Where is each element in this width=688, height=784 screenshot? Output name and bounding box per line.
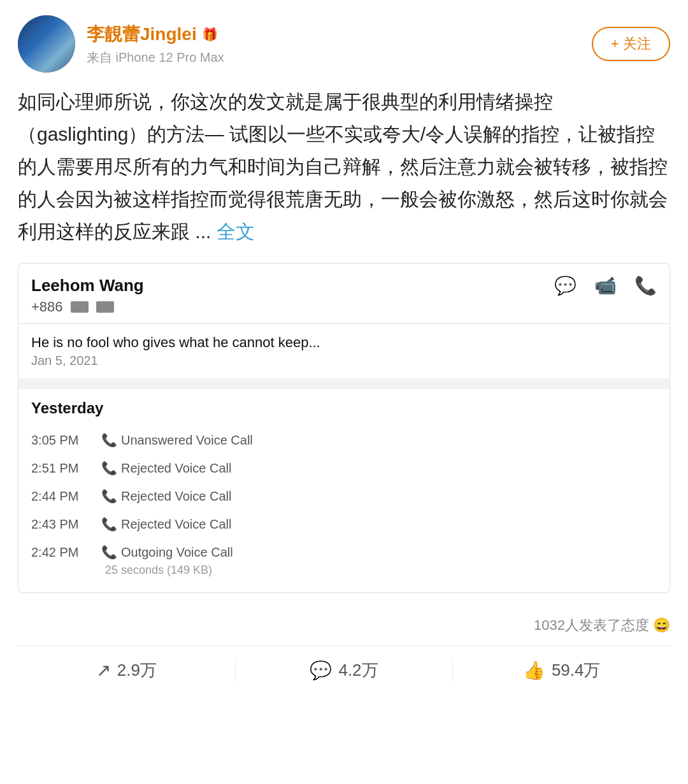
phone-small-icon-1: 📞 bbox=[101, 432, 117, 448]
call-type-5: 📞 Outgoing Voice Call bbox=[101, 545, 233, 560]
phone-blur-2 bbox=[96, 301, 114, 313]
call-time-5: 2:42 PM bbox=[31, 545, 101, 560]
embedded-card: Leehom Wang 💬 📹 📞 +886 He is no fool who… bbox=[18, 263, 670, 593]
call-type-3: 📞 Rejected Voice Call bbox=[101, 488, 231, 504]
card-status-date: Jan 5, 2021 bbox=[31, 353, 657, 368]
like-icon: 👍 bbox=[523, 660, 545, 681]
card-status: He is no fool who gives what he cannot k… bbox=[18, 324, 670, 379]
call-row-3: 2:44 PM 📞 Rejected Voice Call bbox=[31, 482, 657, 510]
comment-button[interactable]: 💬 4.2万 bbox=[236, 659, 453, 681]
call-row-5: 2:42 PM 📞 Outgoing Voice Call bbox=[31, 538, 657, 566]
phone-small-icon-4: 📞 bbox=[101, 517, 117, 532]
call-row-1: 3:05 PM 📞 Unanswered Voice Call bbox=[31, 426, 657, 454]
message-icon[interactable]: 💬 bbox=[554, 275, 577, 296]
yesterday-section: Yesterday 3:05 PM 📞 Unanswered Voice Cal… bbox=[18, 389, 670, 592]
comment-count: 4.2万 bbox=[338, 659, 378, 681]
call-type-2: 📞 Rejected Voice Call bbox=[101, 460, 231, 476]
call-type-4: 📞 Rejected Voice Call bbox=[101, 517, 231, 532]
action-bar: ↗ 2.9万 💬 4.2万 👍 59.4万 bbox=[18, 645, 670, 694]
video-icon[interactable]: 📹 bbox=[594, 275, 617, 296]
card-phone-row: +886 bbox=[31, 299, 657, 315]
gray-separator bbox=[18, 379, 670, 389]
call-row-4: 2:43 PM 📞 Rejected Voice Call bbox=[31, 510, 657, 538]
author-name: 李靚蕾Jinglei bbox=[87, 22, 197, 46]
vip-badge-icon: 🎁 bbox=[202, 27, 218, 42]
avatar bbox=[18, 15, 75, 73]
card-icons: 💬 📹 📞 bbox=[554, 275, 657, 296]
avatar-image bbox=[18, 15, 75, 73]
card-contact-name: Leehom Wang bbox=[31, 276, 144, 296]
call-time-3: 2:44 PM bbox=[31, 489, 101, 504]
card-header: Leehom Wang 💬 📹 📞 +886 bbox=[18, 264, 670, 324]
reaction-text: 1032人发表了态度 bbox=[534, 617, 649, 633]
call-detail-5: 25 seconds (149 KB) bbox=[31, 564, 657, 577]
read-more-link[interactable]: 全文 bbox=[217, 221, 255, 242]
repost-count: 2.9万 bbox=[117, 659, 157, 681]
author-device: 来自 iPhone 12 Pro Max bbox=[87, 49, 224, 66]
post-content: 如同心理师所说，你这次的发文就是属于很典型的利用情绪操控（gaslighting… bbox=[18, 85, 670, 248]
call-time-2: 2:51 PM bbox=[31, 461, 101, 476]
author-info: 李靚蕾Jinglei 🎁 来自 iPhone 12 Pro Max bbox=[87, 22, 224, 66]
comment-icon: 💬 bbox=[310, 660, 332, 681]
yesterday-label: Yesterday bbox=[31, 399, 657, 417]
post-container: 李靚蕾Jinglei 🎁 来自 iPhone 12 Pro Max + 关注 如… bbox=[0, 0, 688, 694]
follow-button[interactable]: + 关注 bbox=[592, 27, 670, 61]
repost-button[interactable]: ↗ 2.9万 bbox=[18, 659, 235, 681]
phone-prefix: +886 bbox=[31, 299, 63, 315]
reaction-emoji: 😄 bbox=[653, 617, 670, 633]
card-status-text: He is no fool who gives what he cannot k… bbox=[31, 334, 657, 351]
post-text: 如同心理师所说，你这次的发文就是属于很典型的利用情绪操控（gaslighting… bbox=[18, 91, 668, 242]
call-row-2: 2:51 PM 📞 Rejected Voice Call bbox=[31, 454, 657, 482]
phone-small-icon-3: 📞 bbox=[101, 488, 117, 504]
phone-small-icon-5: 📞 bbox=[101, 545, 117, 560]
call-time-4: 2:43 PM bbox=[31, 517, 101, 532]
card-contact-row: Leehom Wang 💬 📹 📞 bbox=[31, 275, 657, 296]
post-header: 李靚蕾Jinglei 🎁 来自 iPhone 12 Pro Max + 关注 bbox=[18, 15, 670, 73]
post-header-left: 李靚蕾Jinglei 🎁 来自 iPhone 12 Pro Max bbox=[18, 15, 224, 73]
author-name-row: 李靚蕾Jinglei 🎁 bbox=[87, 22, 224, 46]
call-type-1: 📞 Unanswered Voice Call bbox=[101, 432, 253, 448]
call-time-1: 3:05 PM bbox=[31, 433, 101, 448]
phone-small-icon-2: 📞 bbox=[101, 460, 117, 476]
repost-icon: ↗ bbox=[96, 660, 111, 681]
reaction-row: 1032人发表了态度 😄 bbox=[18, 608, 670, 645]
like-count: 59.4万 bbox=[552, 659, 601, 681]
phone-blur-1 bbox=[71, 301, 89, 313]
phone-icon[interactable]: 📞 bbox=[634, 275, 657, 296]
like-button[interactable]: 👍 59.4万 bbox=[453, 659, 670, 681]
